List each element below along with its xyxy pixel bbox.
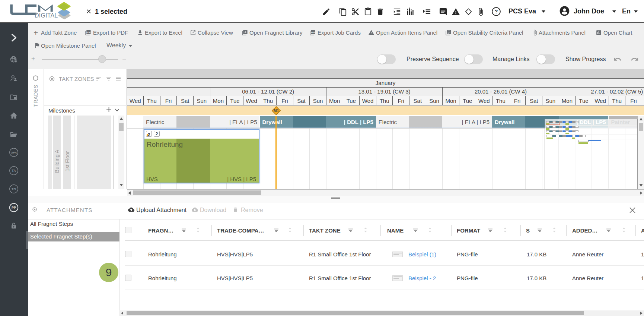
svg-text:DIGITAL: DIGITAL <box>35 12 58 19</box>
svg-text:PDF: PDF <box>86 31 91 33</box>
svg-text:M1: M1 <box>274 109 279 113</box>
svg-text:PDF: PDF <box>311 31 315 33</box>
svg-text:OPA: OPA <box>11 151 17 154</box>
svg-text:PP: PP <box>12 206 16 209</box>
svg-text:TZI: TZI <box>12 187 16 191</box>
svg-text:TA: TA <box>12 169 16 173</box>
svg-text:?: ? <box>495 9 498 15</box>
